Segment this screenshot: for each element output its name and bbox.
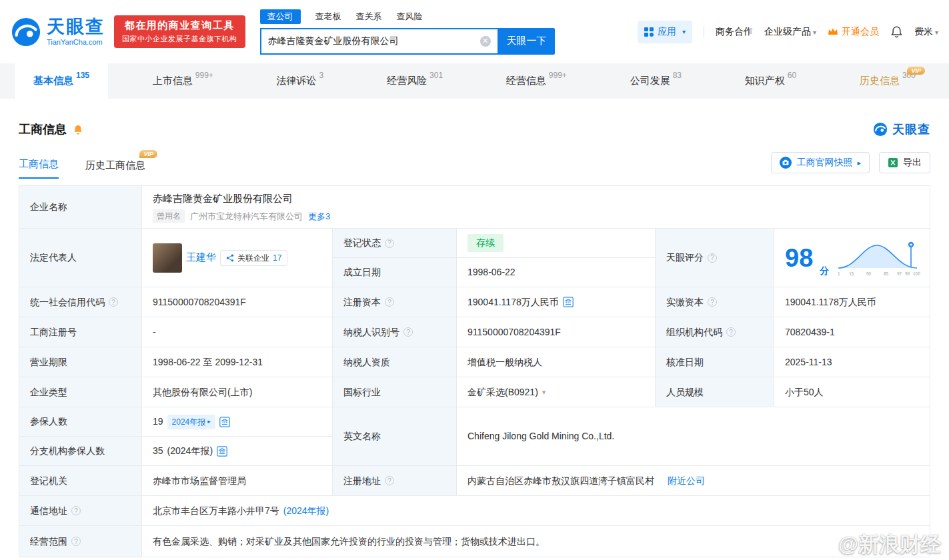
field-label-reg-capital: 注册资本: [333, 287, 457, 317]
section-header: 工商信息 天眼查: [19, 121, 930, 137]
change-record-icon[interactable]: [217, 446, 227, 457]
field-value-reg-authority: 赤峰市市场监督管理局: [142, 466, 333, 496]
change-record-icon[interactable]: [219, 417, 230, 427]
username: 费米: [914, 26, 933, 37]
tab-listing-info[interactable]: 上市信息999+: [134, 63, 232, 99]
help-icon[interactable]: [708, 297, 717, 307]
vip-badge: VIP: [139, 150, 157, 158]
header-right: 应用 商务合作 企业级产品 开通会员 费米: [638, 21, 938, 43]
subtab-business-info[interactable]: 工商信息: [19, 158, 59, 179]
search-tab-relation[interactable]: 查关系: [356, 11, 382, 23]
tab-legal-litigation[interactable]: 法律诉讼3: [258, 63, 343, 99]
score-unit: 分: [820, 264, 829, 278]
field-label-staff-size: 人员规模: [656, 377, 774, 407]
tab-operating-risk[interactable]: 经营风险301: [368, 63, 461, 99]
tianyancha-logo-icon: [11, 17, 41, 47]
section-title: 工商信息: [19, 121, 67, 137]
help-icon[interactable]: [403, 327, 413, 337]
help-icon[interactable]: [109, 297, 118, 307]
open-vip-label: 开通会员: [842, 26, 879, 38]
tab-count: 3: [319, 71, 324, 80]
svg-text:100: 100: [913, 271, 920, 276]
tab-count: 60: [788, 71, 796, 80]
tab-company-development[interactable]: 公司发展83: [612, 63, 700, 99]
search-tab-company[interactable]: 查公司: [260, 9, 301, 24]
svg-text:50: 50: [866, 271, 872, 276]
subtab-history-business-info[interactable]: VIP 历史工商信息: [85, 159, 145, 179]
score-distribution-chart: 1 15 50 85 97 99 100: [836, 239, 924, 277]
snapshot-camera-icon: [780, 157, 792, 169]
tab-history-info[interactable]: VIP 历史信息300: [841, 63, 934, 99]
nearby-companies-link[interactable]: 附近公司: [668, 474, 705, 488]
official-snapshot-button[interactable]: 工商官网快照 ▸: [771, 152, 870, 173]
field-value-reg-address: 内蒙古自治区赤峰市敖汉旗四道湾子镇富民村 附近公司: [457, 466, 930, 496]
company-name: 赤峰吉隆黄金矿业股份有限公司: [153, 191, 293, 207]
chevron-down-icon[interactable]: ▾: [542, 387, 546, 398]
business-cooperation-link[interactable]: 商务合作: [716, 26, 753, 38]
field-value-paid-capital: 190041.1178万人民币: [774, 287, 930, 317]
field-label-industry: 国标行业: [333, 377, 457, 407]
apps-menu[interactable]: 应用: [638, 21, 692, 43]
search-button[interactable]: 天眼一下: [499, 28, 555, 55]
logo-domain: TianYanCha.com: [47, 38, 105, 46]
field-value-tyc-score: 98 分 1 15 50 85 97 99 100: [774, 229, 930, 287]
search-tab-risk[interactable]: 查风险: [397, 11, 423, 23]
help-icon[interactable]: [385, 239, 394, 248]
subtab-label: 历史工商信息: [85, 159, 145, 171]
change-record-icon[interactable]: [563, 297, 574, 307]
tab-intellectual-property[interactable]: 知识产权60: [726, 63, 815, 99]
search-tab-boss[interactable]: 查老板: [315, 11, 341, 23]
field-label-credit-code: 统一社会信用代码: [19, 287, 142, 317]
field-value-approval-date: 2025-11-13: [774, 347, 930, 377]
related-companies-chip[interactable]: 关联企业 17: [220, 250, 287, 266]
tab-label: 公司发展: [630, 75, 670, 87]
tianyancha-logo[interactable]: 天眼查 TianYanCha.com: [11, 17, 105, 47]
export-button[interactable]: 导出: [879, 152, 930, 173]
field-label-legal-rep: 法定代表人: [19, 229, 142, 287]
field-label-branch-insured-count: 分支机构参保人数: [19, 437, 142, 466]
section-brand-logo: 天眼查: [873, 121, 930, 137]
tab-operating-info[interactable]: 经营信息999+: [488, 63, 586, 99]
help-icon[interactable]: [385, 476, 394, 485]
field-value-insured-count: 19 2024年报▸: [142, 407, 333, 437]
clear-search-icon[interactable]: ✕: [480, 36, 491, 47]
notification-bell-icon[interactable]: [890, 25, 903, 39]
field-value-taxpayer-id: 91150000708204391F: [457, 317, 656, 347]
business-info-table: 企业名称 赤峰吉隆黄金矿业股份有限公司 曾用名 广州市宝龙特种汽车有限公司 更多…: [19, 185, 930, 557]
field-label-paid-capital: 实缴资本: [656, 287, 774, 317]
field-label-insured-count: 参保人数: [19, 407, 142, 437]
tab-basic-info[interactable]: 基本信息135: [15, 63, 108, 99]
field-value-branch-insured-count: 35 (2024年报): [142, 437, 333, 466]
svg-text:1: 1: [838, 271, 840, 276]
field-value-reg-number: -: [142, 317, 333, 347]
open-vip-link[interactable]: 开通会员: [828, 26, 879, 38]
relation-graph-icon: [226, 254, 234, 262]
mail-address-report-link[interactable]: (2024年报): [283, 504, 329, 518]
logo-text: 天眼查: [47, 18, 105, 36]
help-icon[interactable]: [708, 253, 717, 263]
field-label-tyc-score: 天眼评分: [656, 229, 774, 287]
legal-rep-name-link[interactable]: 王建华: [186, 250, 216, 265]
svg-text:97: 97: [897, 271, 902, 276]
search-input[interactable]: [268, 36, 480, 47]
help-icon[interactable]: [71, 506, 81, 515]
crown-icon: [828, 27, 838, 36]
related-companies-label: 关联企业: [237, 252, 269, 264]
more-former-names-link[interactable]: 更多3: [308, 210, 330, 223]
help-icon[interactable]: [726, 327, 736, 337]
subscribe-bell-icon[interactable]: [73, 124, 83, 135]
user-menu[interactable]: 费米: [914, 26, 938, 38]
help-icon[interactable]: [385, 297, 394, 307]
field-value-reg-capital: 190041.1178万人民币: [457, 287, 656, 317]
help-icon[interactable]: [71, 537, 81, 546]
field-value-org-code: 70820439-1: [774, 317, 930, 347]
subtab-row: 工商信息 VIP 历史工商信息 工商官网快照 ▸ 导: [19, 152, 930, 179]
field-value-taxpayer-quality: 增值税一般纳税人: [457, 347, 656, 377]
field-value-mail-address: 北京市丰台区万丰路小井甲7号 (2024年报): [142, 496, 930, 526]
tab-count: 999+: [195, 71, 213, 80]
former-name: 广州市宝龙特种汽车有限公司: [190, 210, 303, 223]
enterprise-products-label: 企业级产品: [764, 26, 811, 37]
legal-rep-photo[interactable]: [153, 243, 182, 273]
annual-report-chip[interactable]: 2024年报▸: [167, 415, 215, 429]
enterprise-products-menu[interactable]: 企业级产品: [764, 26, 816, 38]
